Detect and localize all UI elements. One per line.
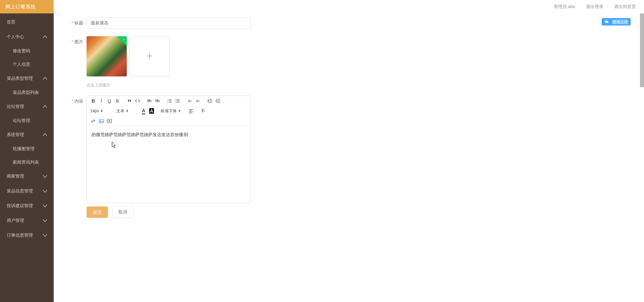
sidebar-item-label: 个人中心 <box>7 34 24 40</box>
unordered-list-button[interactable] <box>175 98 181 104</box>
cloud-upload-label: 极速上传 <box>612 19 629 24</box>
sidebar-item-dish-type[interactable]: 菜品类型管理 <box>0 71 54 86</box>
brand-title: 网上订餐系统 <box>0 0 54 13</box>
scrollbar-thumb[interactable] <box>640 13 644 87</box>
form-area: 标题 图片 ✓ <box>54 13 644 302</box>
title-input[interactable] <box>87 17 251 29</box>
topbar-home[interactable]: 退出到首页 <box>614 4 636 10</box>
sidebar-item-merchant[interactable]: 商家管理 <box>0 169 54 184</box>
link-button[interactable] <box>90 118 96 124</box>
upload-tip: 点击上传图片 <box>87 82 170 88</box>
upload-add-button[interactable] <box>129 36 170 76</box>
main-pane: 管理员 abo 退出登录 退出到首页 标题 图片 ✓ <box>54 0 644 302</box>
topbar: 管理员 abo 退出登录 退出到首页 <box>54 0 644 13</box>
sidebar-item-label: 首页 <box>7 19 15 25</box>
caret-icon: ▲▼ <box>178 110 181 112</box>
paragraph-value: 文本 <box>116 108 124 114</box>
sidebar-item-label: 商家管理 <box>7 173 24 179</box>
label-image: 图片 <box>67 36 87 45</box>
code-button[interactable] <box>135 98 141 104</box>
underline-button[interactable]: U <box>106 98 112 104</box>
chevron-up-icon <box>43 35 47 39</box>
indent-button[interactable] <box>215 98 221 104</box>
sidebar-item-complaint[interactable]: 投诉建议管理 <box>0 198 54 213</box>
font-size-select[interactable]: 14px ▲▼ <box>90 108 114 114</box>
clear-format-button[interactable]: Tx <box>200 108 206 114</box>
italic-button[interactable]: I <box>98 98 104 104</box>
form-actions: 提交 取消 <box>87 206 251 218</box>
sidebar-item-label: 论坛管理 <box>7 104 24 110</box>
chevron-up-icon <box>43 133 47 137</box>
svg-point-4 <box>176 101 176 101</box>
vertical-scrollbar[interactable] <box>640 13 644 302</box>
label-content: 内容 <box>67 96 87 104</box>
chevron-down-icon <box>43 219 47 223</box>
superscript-button[interactable]: x2 <box>195 98 201 104</box>
outdent-button[interactable] <box>207 98 213 104</box>
video-button[interactable] <box>106 118 112 124</box>
rich-text-editor: B I U S H1 H2 <box>87 96 251 203</box>
sidebar-item-label: 投诉建议管理 <box>7 203 33 209</box>
sidebar-sub-forum-manage[interactable]: 论坛管理 <box>0 114 54 127</box>
chevron-down-icon <box>43 204 47 208</box>
sidebar-item-system[interactable]: 系统管理 <box>0 127 54 142</box>
sidebar-item-order-info[interactable]: 订单信息管理 <box>0 228 54 243</box>
font-color-button[interactable]: A <box>141 108 147 114</box>
font-family-select[interactable]: 标准字体 ▲▼ <box>161 108 185 114</box>
sidebar-sub-news-list[interactable]: 新闻资讯列表 <box>0 156 54 169</box>
sidebar-item-user[interactable]: 用户管理 <box>0 213 54 228</box>
quote-button[interactable] <box>126 98 132 104</box>
sidebar: 网上订餐系统 首页 个人中心 修改密码 个人信息 菜品类型管理 菜品类型列表 论… <box>0 0 54 302</box>
svg-text:3: 3 <box>167 102 168 103</box>
check-icon: ✓ <box>123 38 125 41</box>
brand-title-text: 网上订餐系统 <box>5 4 36 10</box>
submit-button[interactable]: 提交 <box>87 206 108 218</box>
editor-text: 的撒范德萨范德萨范德萨范德萨发达发达首份懂非 <box>92 132 187 137</box>
sidebar-item-label: 修改密码 <box>13 48 30 54</box>
topbar-user[interactable]: 管理员 abo <box>554 4 575 10</box>
sidebar-item-dish-info[interactable]: 菜品信息管理 <box>0 184 54 198</box>
font-size-value: 14px <box>90 109 99 113</box>
svg-point-5 <box>176 102 176 103</box>
text-caret <box>187 132 188 137</box>
bold-button[interactable]: B <box>90 98 96 104</box>
sidebar-sub-personal-info[interactable]: 个人信息 <box>0 58 54 71</box>
sidebar-sub-carousel[interactable]: 轮播图管理 <box>0 142 54 156</box>
sidebar-item-label: 订单信息管理 <box>7 232 33 238</box>
sidebar-item-personal-center[interactable]: 个人中心 <box>0 29 54 44</box>
strike-button[interactable]: S <box>114 98 120 104</box>
chevron-up-icon <box>43 76 47 80</box>
sidebar-item-label: 系统管理 <box>7 132 24 138</box>
font-family-value: 标准字体 <box>161 108 177 114</box>
sidebar-item-label: 菜品信息管理 <box>7 188 33 194</box>
align-button[interactable] <box>188 108 194 114</box>
chevron-down-icon <box>43 174 47 178</box>
paragraph-select[interactable]: 文本 ▲▼ <box>116 108 138 114</box>
uploaded-thumbnail[interactable]: ✓ <box>87 36 127 76</box>
svg-rect-6 <box>99 119 103 123</box>
caret-icon: ▲▼ <box>126 110 128 112</box>
subscript-button[interactable]: x2 <box>187 98 193 104</box>
sidebar-item-label: 新闻资讯列表 <box>13 159 39 165</box>
h1-button[interactable]: H1 <box>147 98 153 104</box>
h2-button[interactable]: H2 <box>155 98 161 104</box>
chevron-down-icon <box>43 233 47 237</box>
sidebar-item-label: 轮播图管理 <box>13 146 35 152</box>
sidebar-item-label: 菜品类型管理 <box>7 75 33 81</box>
cloud-upload-badge[interactable]: 极速上传 <box>602 18 631 25</box>
topbar-logout[interactable]: 退出登录 <box>586 4 603 10</box>
sidebar-sub-change-password[interactable]: 修改密码 <box>0 44 54 58</box>
sidebar-item-forum[interactable]: 论坛管理 <box>0 99 54 114</box>
sidebar-item-label: 个人信息 <box>13 61 30 67</box>
label-title: 标题 <box>67 17 87 26</box>
editor-content[interactable]: 的撒范德萨范德萨范德萨范德萨发达发达首份懂非 <box>87 126 251 203</box>
sidebar-sub-dish-type-list[interactable]: 菜品类型列表 <box>0 86 54 99</box>
image-button[interactable] <box>98 118 104 124</box>
sidebar-item-home[interactable]: 首页 <box>0 15 54 29</box>
chevron-up-icon <box>43 105 47 109</box>
bg-color-button[interactable]: A <box>149 108 155 114</box>
cancel-button[interactable]: 取消 <box>112 206 133 218</box>
ordered-list-button[interactable]: 123 <box>167 98 173 104</box>
chevron-down-icon <box>43 189 47 193</box>
svg-point-3 <box>176 99 176 100</box>
